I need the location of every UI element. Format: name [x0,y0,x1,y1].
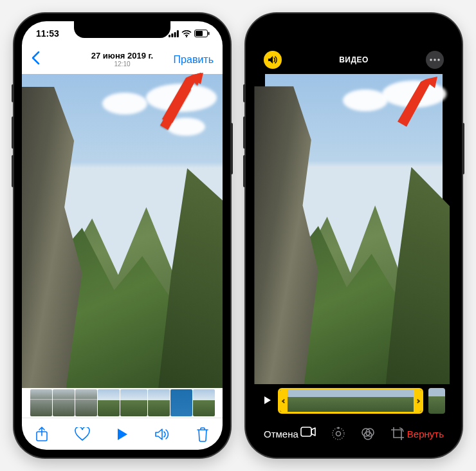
nav-time: 12:10 [91,61,153,68]
svg-point-12 [434,59,435,60]
svg-rect-1 [171,33,173,37]
thumb-item[interactable] [170,389,192,416]
svg-point-11 [430,59,432,60]
svg-point-15 [333,428,344,439]
notch [306,21,402,38]
svg-point-4 [186,35,187,37]
revert-button[interactable]: Вернуть [407,429,444,439]
video-tool-icon[interactable] [300,427,316,441]
more-button[interactable] [426,51,444,69]
timeline-play-button[interactable] [262,396,273,407]
thumb-item-current[interactable] [120,389,147,416]
video-preview[interactable] [253,74,454,384]
mute-switch [12,84,14,102]
nav-bar: 27 июня 2019 г. 12:10 Править [22,46,223,74]
trash-icon[interactable] [196,427,209,442]
timeline-row [253,384,454,418]
thumbnail-strip[interactable] [22,388,223,418]
photo-content [22,74,223,388]
thumb-item[interactable] [193,389,215,416]
crop-tool-icon[interactable] [390,427,405,441]
battery-icon [194,30,210,37]
mute-switch [243,84,246,102]
photo-viewport[interactable] [22,74,223,388]
editor-top-bar: ВИДЕО [253,46,454,74]
volume-up-button [12,116,14,149]
bottom-toolbar [22,418,223,450]
thumb-item[interactable] [148,389,170,416]
screen-photos-detail: 11:53 [22,21,223,450]
share-icon[interactable] [35,427,48,442]
back-button[interactable] [31,51,40,69]
status-time: 11:53 [36,28,59,39]
thumb-item[interactable] [53,389,75,416]
editor-tool-tabs [300,427,405,441]
thumb-item[interactable] [98,389,120,416]
trim-handle-left[interactable] [280,390,288,412]
heart-icon[interactable] [75,427,90,441]
svg-point-17 [338,427,340,429]
svg-rect-0 [169,35,170,37]
volume-up-button [243,116,246,149]
adjust-tool-icon[interactable] [331,427,345,441]
svg-rect-14 [301,427,311,436]
phone-right: .. ВИДЕО [246,14,462,457]
trim-timeline[interactable] [278,388,423,414]
svg-rect-3 [177,30,179,37]
play-icon[interactable] [116,428,128,441]
filters-tool-icon[interactable] [361,427,375,441]
svg-point-13 [437,59,439,60]
volume-down-button [12,155,14,187]
stage: 11:53 [0,0,476,471]
trim-handle-right[interactable] [414,390,421,412]
editor-title: ВИДЕО [339,55,369,64]
wifi-icon [181,30,192,37]
nav-date: 27 июня 2019 г. [91,51,153,60]
thumb-item[interactable] [30,389,52,416]
editor-bottom-bar: Отмена [253,418,454,450]
signal-icon [169,30,179,37]
nav-title: 27 июня 2019 г. 12:10 [91,51,153,68]
edit-button[interactable]: Править [174,54,214,66]
screen-video-editor: .. ВИДЕО [253,21,454,450]
phone-left: 11:53 [14,14,230,457]
power-button [462,123,464,174]
svg-point-16 [336,432,341,436]
svg-rect-2 [174,32,176,37]
volume-icon[interactable] [154,428,170,441]
timeline-overflow[interactable] [428,388,445,414]
notch [74,21,170,38]
status-right [169,30,210,37]
video-content [265,74,443,384]
cancel-button[interactable]: Отмена [264,429,298,439]
speaker-icon [268,55,278,64]
power-button [230,123,233,174]
svg-rect-6 [196,31,203,36]
volume-down-button [243,155,246,187]
svg-rect-7 [208,32,210,35]
sound-toggle[interactable] [264,51,282,69]
ellipsis-icon [430,59,440,61]
thumb-item[interactable] [75,389,97,416]
